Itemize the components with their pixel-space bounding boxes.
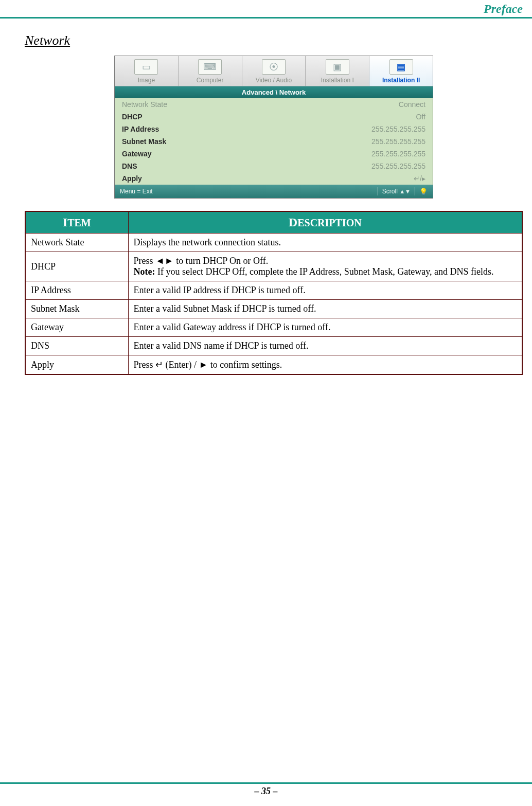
cell-item: DNS [25, 337, 128, 355]
osd-row-dns: DNS 255.255.255.255 [115, 160, 433, 172]
cell-item: Gateway [25, 318, 128, 337]
tab-image: ▭ Image [115, 56, 179, 86]
osd-footer: Menu = Exit Scroll ▲▼ 💡 [115, 185, 433, 198]
tab-label: Installation I [321, 77, 354, 84]
up-down-triangle-icon: ▲▼ [399, 188, 411, 194]
page-footer: – 35 – [0, 782, 532, 797]
osd-row-value: 255.255.255.255 [371, 150, 425, 158]
separator-icon [378, 187, 378, 195]
osd-row-value: ↵/▸ [414, 174, 425, 183]
osd-footer-scroll: Scroll ▲▼ [382, 188, 411, 195]
tab-label: Installation II [382, 77, 420, 84]
osd-row-subnet: Subnet Mask 255.255.255.255 [115, 135, 433, 148]
cell-item: IP Address [25, 281, 128, 300]
osd-row-value: Connect [399, 100, 425, 109]
table-header-item: ITEM [25, 211, 128, 234]
cell-desc: Enter a valid Subnet Mask if DHCP is tur… [128, 300, 522, 318]
tab-label: Computer [197, 77, 224, 84]
cell-item: Subnet Mask [25, 300, 128, 318]
installation2-icon: ▤ [389, 59, 413, 75]
tab-installation-1: ▣ Installation I [306, 56, 369, 86]
osd-row-label: Gateway [122, 150, 152, 158]
osd-row-value: 255.255.255.255 [371, 162, 425, 170]
osd-row-label: Apply [122, 174, 142, 183]
section-heading: Network [25, 33, 523, 48]
osd-list: Network State Connect DHCP Off IP Addres… [115, 98, 433, 185]
osd-row-label: Subnet Mask [122, 137, 166, 146]
separator-icon [415, 187, 415, 195]
tab-label: Image [138, 77, 155, 84]
osd-row-network-state: Network State Connect [115, 98, 433, 111]
osd-row-ip: IP Address 255.255.255.255 [115, 123, 433, 135]
cell-desc: Enter a valid DNS name if DHCP is turned… [128, 337, 522, 355]
tab-computer: ⌨ Computer [179, 56, 242, 86]
header-title: Preface [484, 2, 523, 15]
table-header-description: DESCRIPTION [128, 211, 522, 234]
installation1-icon: ▣ [326, 59, 349, 75]
dhcp-note: Note: If you select DHCP Off, complete t… [134, 266, 517, 277]
osd-row-label: IP Address [122, 125, 159, 133]
cell-item: Apply [25, 355, 128, 375]
osd-tabs: ▭ Image ⌨ Computer ⦿ Video / Audio ▣ Ins… [115, 56, 433, 86]
cell-desc: Enter a valid Gateway address if DHCP is… [128, 318, 522, 337]
page-header: Preface [0, 0, 532, 19]
lightbulb-icon: 💡 [419, 188, 428, 195]
table-row: Network State Displays the network conne… [25, 234, 522, 252]
cell-desc: Displays the network connection status. [128, 234, 522, 252]
osd-footer-menu: Menu = Exit [120, 188, 153, 195]
osd-row-label: DNS [122, 162, 137, 170]
cell-desc: Enter a valid IP address if DHCP is turn… [128, 281, 522, 300]
tab-installation-2: ▤ Installation II [369, 56, 433, 86]
note-label: Note: [134, 266, 155, 277]
tab-video-audio: ⦿ Video / Audio [242, 56, 306, 86]
osd-path: Advanced \ Network [115, 86, 433, 98]
cell-desc: Press ↵ (Enter) / ► to confirm settings. [128, 355, 522, 375]
osd-row-value: 255.255.255.255 [371, 125, 425, 133]
description-table: ITEM DESCRIPTION Network State Displays … [25, 211, 523, 375]
dhcp-line1: Press ◄► to turn DHCP On or Off. [134, 256, 517, 266]
page-number: – 35 – [255, 786, 278, 796]
video-audio-icon: ⦿ [262, 59, 286, 75]
osd-row-value: Off [416, 113, 425, 121]
monitor-icon: ▭ [134, 59, 158, 75]
osd-row-value: 255.255.255.255 [371, 137, 425, 146]
osd-row-label: DHCP [122, 113, 143, 121]
cell-item: DHCP [25, 252, 128, 281]
osd-row-label: Network State [122, 100, 167, 109]
cell-item: Network State [25, 234, 128, 252]
osd-row-dhcp: DHCP Off [115, 111, 433, 123]
tab-label: Video / Audio [256, 77, 292, 84]
table-row: Subnet Mask Enter a valid Subnet Mask if… [25, 300, 522, 318]
table-row: Gateway Enter a valid Gateway address if… [25, 318, 522, 337]
osd-row-gateway: Gateway 255.255.255.255 [115, 148, 433, 160]
table-row: IP Address Enter a valid IP address if D… [25, 281, 522, 300]
osd-row-apply: Apply ↵/▸ [115, 172, 433, 185]
note-text: If you select DHCP Off, complete the IP … [155, 266, 493, 277]
computer-icon: ⌨ [198, 59, 222, 75]
table-row: DNS Enter a valid DNS name if DHCP is tu… [25, 337, 522, 355]
osd-screenshot: ▭ Image ⌨ Computer ⦿ Video / Audio ▣ Ins… [114, 56, 433, 199]
cell-desc: Press ◄► to turn DHCP On or Off. Note: I… [128, 252, 522, 281]
table-row: Apply Press ↵ (Enter) / ► to confirm set… [25, 355, 522, 375]
table-row: DHCP Press ◄► to turn DHCP On or Off. No… [25, 252, 522, 281]
